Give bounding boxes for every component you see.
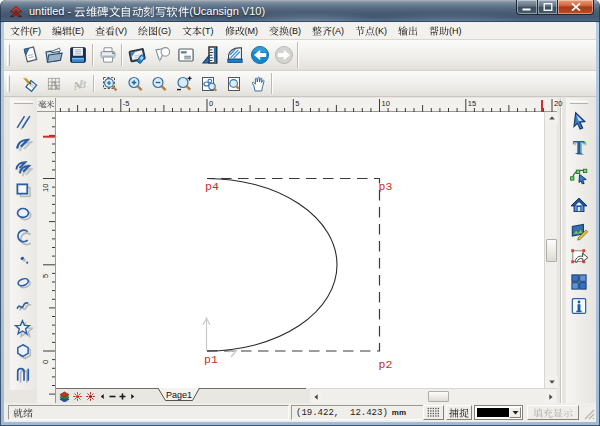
remove-page-icon-icon [108, 392, 117, 401]
select-tool-button[interactable] [567, 110, 591, 132]
select-tool-icon [569, 111, 589, 131]
text-tool-button[interactable]: TT [567, 137, 591, 159]
menu-shortcut: (V) [115, 26, 127, 36]
menu-帮助[interactable]: (H) [424, 23, 468, 39]
dropdown-arrow-button[interactable] [509, 407, 521, 418]
design-check-button[interactable] [20, 73, 42, 95]
menu-变换[interactable]: (B) [264, 23, 307, 39]
zoom-page-button[interactable] [223, 73, 245, 95]
multi-arc-tool-button[interactable] [12, 156, 36, 178]
zoom-marquee-icon [101, 75, 119, 93]
zoom-object-button[interactable] [198, 73, 220, 95]
rotate-text-button[interactable]: AB [68, 73, 90, 95]
rectangle-tool-button[interactable] [12, 179, 36, 201]
toolbar-standard [4, 40, 596, 71]
path-text-tool-button[interactable] [12, 363, 36, 385]
toolbar-grip[interactable] [7, 44, 10, 66]
open-folder-button[interactable] [43, 44, 65, 66]
blocks-view-button[interactable] [567, 271, 591, 293]
ruler-tool-button[interactable] [200, 44, 222, 66]
scroll-right-button[interactable] [545, 390, 557, 403]
fill-display-button[interactable] [527, 405, 579, 420]
save-floppy-button[interactable] [67, 44, 89, 66]
oblique-ellipse-tool-button[interactable] [12, 271, 36, 293]
h-ruler-label: 0 [209, 99, 213, 108]
minimize-button[interactable] [516, 0, 538, 15]
toolbar-grip[interactable] [7, 75, 10, 92]
zoom-balloon-button[interactable] [151, 44, 173, 66]
line-tool-button[interactable] [12, 110, 36, 132]
scroll-down-button[interactable] [545, 376, 558, 388]
sun-red-button[interactable] [71, 390, 84, 403]
export-object-button[interactable] [567, 246, 591, 268]
snap-button[interactable] [446, 405, 472, 420]
pan-hand-button[interactable] [247, 73, 269, 95]
pan-hand-icon [249, 75, 267, 93]
menu-文本[interactable]: (T) [177, 23, 220, 39]
arc-start-tool-button[interactable] [12, 133, 36, 155]
menu-绘图[interactable]: (G) [133, 23, 177, 39]
point-tool-icon [14, 250, 33, 269]
spline-tool-button[interactable] [12, 294, 36, 316]
page-tab[interactable]: Page1 [158, 389, 200, 403]
menu-节点[interactable]: (K) [350, 23, 393, 39]
info-view-button[interactable] [567, 295, 591, 317]
sun-dark-button[interactable] [84, 390, 97, 403]
zoom-minus-plus-button[interactable] [173, 73, 195, 95]
next-page-button[interactable] [127, 390, 137, 403]
menu-输出[interactable] [393, 23, 424, 39]
h-scroll-thumb[interactable] [428, 391, 449, 402]
toolbar-grip[interactable] [14, 101, 33, 104]
dimension-label-icon [176, 45, 196, 65]
coordinates-value: (19.422, 12.423) [296, 408, 388, 418]
drawing-canvas[interactable]: p1p2p3p4 [56, 112, 544, 388]
protractor-tool-button[interactable] [224, 44, 246, 66]
menu-查看[interactable]: (V) [90, 23, 133, 39]
image-edit-button[interactable] [567, 220, 591, 242]
horizontal-scrollbar[interactable] [310, 388, 557, 403]
zoom-in-button[interactable] [124, 73, 146, 95]
add-page-button[interactable] [117, 390, 127, 403]
color-swatch [477, 408, 509, 417]
vertical-scrollbar[interactable] [544, 112, 557, 388]
new-document-button[interactable] [20, 44, 42, 66]
back-arrow-icon [250, 45, 270, 65]
arc-tool-button[interactable] [12, 225, 36, 247]
menu-整齐[interactable]: (A) [307, 23, 350, 39]
spline-tool-icon [14, 296, 33, 315]
status-bar: (19.422, 12.423)mm [4, 403, 596, 422]
forward-arrow-button[interactable] [273, 44, 295, 66]
grid-text-icon: A [45, 75, 63, 93]
dimension-label-button[interactable] [175, 44, 197, 66]
toolbar-grip[interactable] [570, 101, 588, 104]
zoom-marquee-button[interactable] [99, 73, 121, 95]
resize-grip[interactable] [583, 408, 595, 420]
zoom-out-button[interactable] [148, 73, 170, 95]
print-button[interactable] [97, 44, 119, 66]
v-scroll-thumb[interactable] [546, 239, 557, 262]
menu-修改[interactable]: (M) [219, 23, 264, 39]
h-ruler-ticks [56, 98, 557, 112]
line-color-dropdown[interactable] [474, 405, 523, 420]
scroll-up-button[interactable] [545, 112, 558, 124]
grid-toggle-button[interactable] [423, 405, 444, 420]
menu-编辑[interactable]: (E) [47, 23, 90, 39]
grid-text-button[interactable]: A [43, 73, 65, 95]
send-design-button[interactable] [126, 44, 148, 66]
layers-button[interactable] [58, 390, 71, 403]
point-tool-button[interactable] [12, 248, 36, 270]
star-tool-button[interactable] [12, 317, 36, 339]
menu-文件[interactable]: (F) [4, 23, 47, 39]
page-tab-label[interactable]: Page1 [159, 390, 199, 400]
scroll-left-button[interactable] [310, 390, 322, 403]
close-button[interactable] [557, 0, 594, 15]
home-view-button[interactable] [567, 194, 591, 216]
maximize-button[interactable] [537, 0, 558, 15]
prev-page-button[interactable] [97, 390, 107, 403]
node-edit-tool-button[interactable] [567, 164, 591, 186]
ellipse-tool-button[interactable] [12, 202, 36, 224]
remove-page-button[interactable] [107, 390, 117, 403]
back-arrow-button[interactable] [249, 44, 271, 66]
polygon-tool-button[interactable] [12, 340, 36, 362]
arc-curve[interactable] [207, 179, 337, 352]
